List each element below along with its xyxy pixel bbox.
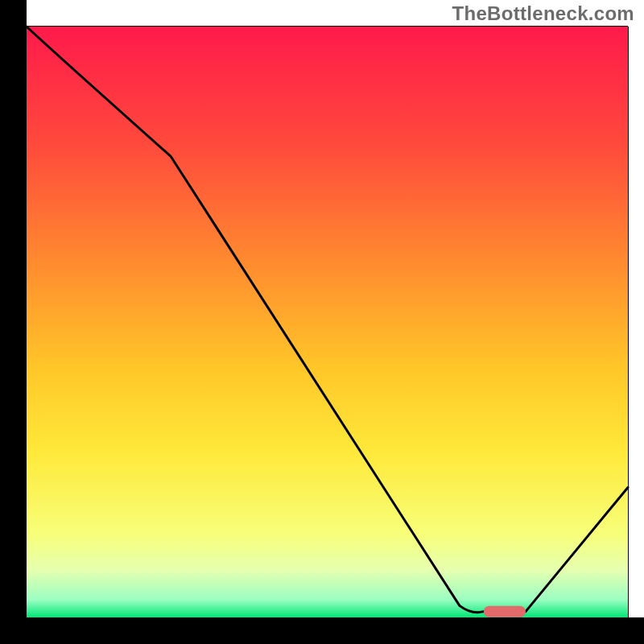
axis-right — [628, 27, 629, 617]
bottleneck-chart — [0, 0, 644, 644]
optimal-marker — [484, 606, 526, 617]
axis-left — [0, 0, 27, 644]
watermark-label: TheBottleneck.com — [452, 2, 634, 25]
plot-background — [27, 27, 628, 617]
axis-bottom — [0, 617, 644, 644]
axis-top — [27, 26, 628, 27]
